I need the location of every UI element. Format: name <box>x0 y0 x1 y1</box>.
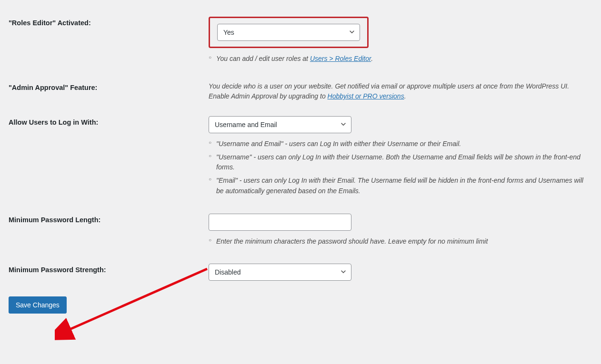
login-with-help-1: "Username and Email" - users can Log In … <box>209 139 588 149</box>
login-with-select[interactable]: Username and Email <box>209 116 351 133</box>
row-min-pwd-strength: Minimum Password Strength: Disabled <box>9 256 592 288</box>
highlight-roles-editor: Yes <box>209 17 369 48</box>
label-roles-editor: "Roles Editor" Activated: <box>9 10 209 74</box>
row-roles-editor: "Roles Editor" Activated: Yes You can ad… <box>9 10 592 74</box>
min-pwd-length-input[interactable] <box>209 214 351 231</box>
row-admin-approval: "Admin Approval" Feature: You decide who… <box>9 74 592 109</box>
min-pwd-length-help: Enter the minimum characters the passwor… <box>209 236 588 247</box>
login-with-help-3: "Email" - users can only Log In with the… <box>209 176 588 196</box>
admin-approval-desc: You decide who is a user on your website… <box>209 81 585 102</box>
label-min-pwd-strength: Minimum Password Strength: <box>9 256 209 288</box>
row-login-with: Allow Users to Log in With: Username and… <box>9 109 592 206</box>
min-pwd-strength-select[interactable]: Disabled <box>209 264 351 281</box>
roles-editor-select[interactable]: Yes <box>217 24 360 41</box>
roles-editor-help: You can add / edit user roles at Users >… <box>209 54 588 64</box>
login-with-help-2: "Username" - users can only Log In with … <box>209 152 588 173</box>
label-min-pwd-length: Minimum Password Length: <box>9 207 209 257</box>
row-min-pwd-length: Minimum Password Length: Enter the minim… <box>9 207 592 257</box>
admin-approval-link[interactable]: Hobbyist or PRO versions <box>328 92 404 100</box>
save-changes-button[interactable]: Save Changes <box>9 296 67 314</box>
label-admin-approval: "Admin Approval" Feature: <box>9 74 209 109</box>
roles-editor-link[interactable]: Users > Roles Editor <box>310 55 371 62</box>
label-login-with: Allow Users to Log in With: <box>9 109 209 206</box>
